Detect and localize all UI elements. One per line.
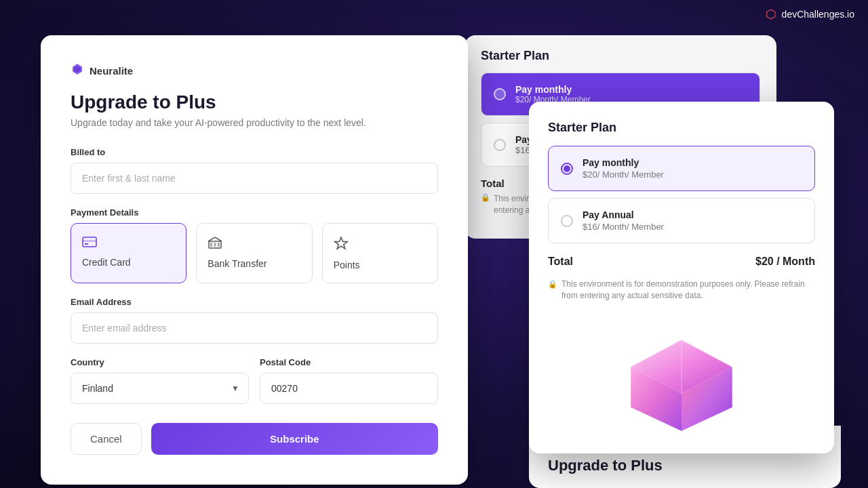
points-icon <box>334 236 349 254</box>
postal-field: Postal Code <box>260 357 438 404</box>
overlay-radio-monthly <box>561 163 573 175</box>
credit-card-label: Credit Card <box>82 257 131 268</box>
topbar-brand: devChallenges.io <box>782 9 854 20</box>
email-input[interactable] <box>71 312 438 344</box>
overlay-plan-title: Starter Plan <box>548 121 815 135</box>
footer-upgrade-title: Upgrade to Plus <box>548 457 822 474</box>
overlay-monthly-option[interactable]: Pay monthly $20/ Month/ Member <box>548 146 815 191</box>
credit-card-icon <box>82 236 97 251</box>
bank-transfer-button[interactable]: Bank Transfer <box>196 223 312 283</box>
bank-transfer-label: Bank Transfer <box>208 258 267 269</box>
points-button[interactable]: Points <box>322 223 438 283</box>
credit-card-button[interactable]: Credit Card <box>71 223 186 283</box>
svg-rect-2 <box>85 243 88 245</box>
email-label: Email Address <box>71 297 438 307</box>
overlay-plan-card: Starter Plan Pay monthly $20/ Month/ Mem… <box>529 102 834 453</box>
country-select-wrapper: Finland Sweden Norway Denmark Germany ▼ <box>71 373 249 404</box>
brand-header: Neuralite <box>71 62 438 79</box>
overlay-total-label: Total <box>548 256 573 268</box>
points-label: Points <box>334 260 360 270</box>
behind-total-label: Total <box>481 178 505 189</box>
overlay-annual-name: Pay Annual <box>583 209 664 220</box>
svg-rect-5 <box>214 243 216 247</box>
page-subtitle: Upgrade today and take your AI-powered p… <box>71 117 438 128</box>
lock-icon: 🔒 <box>548 280 557 289</box>
payment-details-label: Payment Details <box>71 207 438 218</box>
svg-rect-4 <box>210 243 212 247</box>
overlay-monthly-price: $20/ Month/ Member <box>583 169 664 180</box>
svg-rect-1 <box>83 240 96 242</box>
billed-to-label: Billed to <box>71 147 438 157</box>
bank-icon <box>208 236 222 253</box>
page-title: Upgrade to Plus <box>71 92 438 113</box>
country-select[interactable]: Finland Sweden Norway Denmark Germany <box>71 373 249 404</box>
overlay-radio-annual <box>561 215 573 227</box>
behind-plan-monthly-name: Pay monthly <box>515 84 591 95</box>
overlay-monthly-name: Pay monthly <box>583 157 664 168</box>
overlay-annual-option[interactable]: Pay Annual $16/ Month/ Member <box>548 198 815 243</box>
behind-lock-icon: 🔒 <box>481 193 490 202</box>
form-actions: Cancel Subscribe <box>71 423 438 455</box>
cube-svg <box>607 312 756 434</box>
behind-radio-monthly <box>494 88 506 100</box>
behind-plan-title: Starter Plan <box>481 49 760 63</box>
overlay-total-note: 🔒 This environment is for demonstration … <box>548 279 815 302</box>
country-label: Country <box>71 357 249 367</box>
overlay-annual-price: $16/ Month/ Member <box>583 222 664 232</box>
address-fields: Country Finland Sweden Norway Denmark Ge… <box>71 357 438 404</box>
cube-decoration <box>548 312 815 434</box>
overlay-total-amount: $20 / Month <box>755 256 815 268</box>
name-input[interactable] <box>71 163 438 194</box>
postal-label: Postal Code <box>260 357 438 367</box>
overlay-total-section: Total $20 / Month <box>548 256 815 274</box>
overlay-lock-note: This environment is for demonstration pu… <box>561 279 815 302</box>
topbar-logo-icon: ⬡ <box>766 7 776 22</box>
svg-rect-6 <box>218 243 220 247</box>
country-field: Country Finland Sweden Norway Denmark Ge… <box>71 357 249 404</box>
cancel-button[interactable]: Cancel <box>71 423 142 455</box>
main-form-card: Neuralite Upgrade to Plus Upgrade today … <box>41 35 468 485</box>
behind-radio-annual <box>494 139 506 151</box>
payment-methods: Credit Card Bank Transfer Points <box>71 223 438 283</box>
brand-name: Neuralite <box>90 65 133 77</box>
brand-icon <box>71 62 84 79</box>
postal-input[interactable] <box>260 373 438 404</box>
subscribe-button[interactable]: Subscribe <box>151 423 438 455</box>
topbar: ⬡ devChallenges.io <box>752 0 868 28</box>
